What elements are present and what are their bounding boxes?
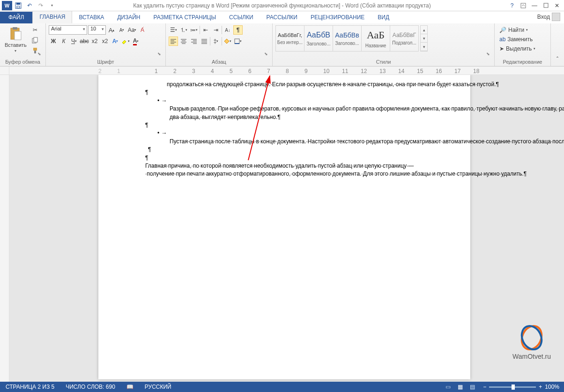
undo-icon[interactable]: ↶ [24,1,35,10]
paste-button[interactable]: Вставить ▾ [3,25,29,54]
pilcrow-empty: ¶ [145,154,423,162]
italic-button[interactable]: К [59,37,68,46]
svg-rect-3 [521,3,526,8]
bold-button[interactable]: Ж [49,37,58,46]
help-icon[interactable]: ? [507,1,517,10]
minimize-icon[interactable]: — [529,1,540,10]
svg-rect-1 [16,3,20,5]
borders-icon[interactable]: ▾ [233,37,243,46]
align-right-icon[interactable] [189,37,199,46]
style-item[interactable]: АаБбВвЗаголово... [333,25,362,52]
zoom-in-icon[interactable]: + [539,384,542,390]
group-label-font: Шрифт [49,58,163,66]
tab-references[interactable]: ССЫЛКИ [223,12,260,23]
increase-indent-icon[interactable]: ⇥ [211,25,221,35]
maximize-icon[interactable] [541,1,551,10]
word-logo-icon[interactable]: W [2,1,12,10]
styles-more-icon[interactable]: ▾ [421,43,427,51]
avatar-icon [552,13,560,21]
view-web-icon[interactable]: ▤ [466,382,478,392]
styles-gallery: АаБбВвГг,Без интер...АаБбВЗаголово...АаБ… [275,25,418,52]
statusbar: СТРАНИЦА 2 ИЗ 5 ЧИСЛО СЛОВ: 690 📖 РУССКИ… [0,382,564,392]
decrease-indent-icon[interactable]: ⇤ [201,25,210,35]
tab-layout[interactable]: РАЗМЕТКА СТРАНИЦЫ [147,12,223,23]
zoom-out-icon[interactable]: − [483,384,486,390]
tab-home[interactable]: ГЛАВНАЯ [32,11,72,23]
vertical-ruler[interactable] [0,75,9,382]
style-item[interactable]: АаБбВЗаголово... [304,25,333,52]
align-center-icon[interactable] [179,37,188,46]
style-item[interactable]: АаБбВвГПодзагол... [390,25,419,52]
tab-mailings[interactable]: РАССЫЛКИ [260,12,304,23]
align-left-icon[interactable] [169,37,178,46]
grow-font-icon[interactable]: A▴ [107,25,116,35]
close-icon[interactable]: ✕ [552,1,562,10]
tab-file[interactable]: ФАЙЛ [0,12,32,23]
text-effects-icon[interactable]: A▾ [111,37,120,46]
bullets-icon[interactable]: ☰▾ [169,25,178,35]
document-area: продолжаться·на·следующей·странице.·Если… [0,75,564,382]
status-language[interactable]: РУССКИЙ [139,384,177,390]
clipboard-dialog-launcher[interactable]: ⬊ [36,51,43,57]
superscript-button[interactable]: x2 [100,37,110,46]
underline-button[interactable]: Ч▾ [69,37,79,46]
style-item[interactable]: АаБбВвГг,Без интер... [275,25,304,52]
view-read-icon[interactable]: ▭ [442,382,454,392]
font-name-select[interactable]: Arial [49,25,87,35]
copy-icon[interactable] [30,36,40,45]
numbering-icon[interactable]: ⒈▾ [179,25,188,35]
signin-button[interactable]: Вход [534,10,564,23]
strike-button[interactable]: abc [80,37,89,46]
clear-format-icon[interactable]: A⟋ [138,25,147,35]
sort-icon[interactable]: A↓ [223,25,232,35]
multilevel-icon[interactable]: ≔▾ [189,25,199,35]
doc-paragraph: продолжаться·на·следующей·странице.·Если… [145,81,423,89]
subscript-button[interactable]: x2 [90,37,99,46]
cut-icon[interactable]: ✂ [30,25,40,35]
show-hide-pilcrow-button[interactable]: ¶ [233,25,243,35]
view-print-icon[interactable]: ▦ [454,382,466,392]
tab-view[interactable]: ВИД [371,12,396,23]
tab-insert[interactable]: ВСТАВКА [72,12,111,23]
status-proofing-icon[interactable]: 📖 [121,384,139,390]
find-button[interactable]: 🔎Найти▾ [497,25,530,35]
font-color-icon[interactable]: A▾ [131,37,141,46]
status-wordcount[interactable]: ЧИСЛО СЛОВ: 690 [60,384,121,390]
zoom-value[interactable]: 100% [545,384,559,390]
svg-rect-12 [235,39,239,44]
zoom-slider[interactable] [489,386,536,388]
shading-icon[interactable]: ▾ [223,37,232,46]
shrink-font-icon[interactable]: A▾ [117,25,126,35]
group-font: Arial 10 A▴ A▾ Aa▾ A⟋ Ж К Ч▾ abc x2 x2 A… [46,23,166,66]
change-case-icon[interactable]: Aa▾ [127,25,137,35]
tab-review[interactable]: РЕЦЕНЗИРОВАНИЕ [304,12,371,23]
find-icon: 🔎 [499,27,506,33]
font-size-select[interactable]: 10 [88,25,106,35]
ruler-corner [0,67,9,74]
ribbon-display-icon[interactable] [518,1,528,10]
paragraph-dialog-launcher[interactable]: ⬊ [263,51,269,57]
line-spacing-icon[interactable]: ‡▾ [211,37,221,46]
save-icon[interactable] [13,1,23,10]
select-icon: ➤ [499,45,504,52]
replace-button[interactable]: abЗаменить [497,35,534,44]
highlight-icon[interactable]: ▾ [121,37,130,46]
horizontal-ruler[interactable]: 21123456789101112131415161718 [0,67,564,75]
status-page[interactable]: СТРАНИЦА 2 ИЗ 5 [0,384,60,390]
redo-icon[interactable]: ↷ [36,1,46,10]
collapse-ribbon-icon[interactable]: ˆ [553,55,562,64]
select-label: Выделить [506,45,532,52]
justify-icon[interactable] [200,37,209,46]
style-item[interactable]: АаБНазвание [361,25,390,52]
group-styles: АаБбВвГг,Без интер...АаБбВЗаголово...АаБ… [273,23,495,66]
document-page-1[interactable]: продолжаться·на·следующей·странице.·Если… [98,75,470,379]
styles-dialog-launcher[interactable]: ⬊ [485,51,491,57]
zoom-control[interactable]: − + 100% [478,384,564,390]
qat-more-icon[interactable]: ▾ [47,1,57,10]
tab-design[interactable]: ДИЗАЙН [111,12,147,23]
styles-gallery-scroll[interactable]: ▴▾▾ [420,25,428,52]
select-button[interactable]: ➤Выделить▾ [497,44,537,53]
svg-rect-4 [544,3,548,7]
doc-bullet-1: Разрыв·разделов.·При·наборе·рефератов,·к… [157,97,423,121]
font-dialog-launcher[interactable]: ⬊ [156,51,163,57]
